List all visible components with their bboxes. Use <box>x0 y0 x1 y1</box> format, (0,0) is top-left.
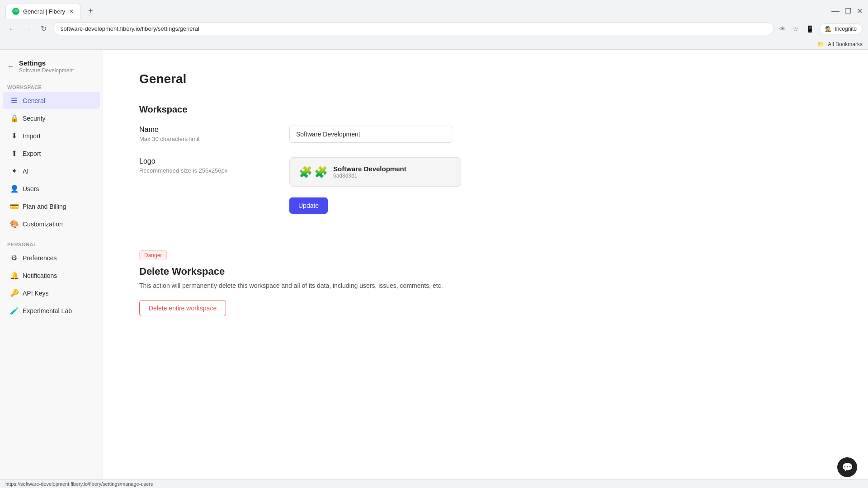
delete-desc: This action will permanently delete this… <box>139 282 832 289</box>
chat-icon: 💬 <box>842 462 853 473</box>
logo-label: Logo <box>139 157 275 165</box>
name-label: Name <box>139 126 275 134</box>
window-maximize-button[interactable]: ❐ <box>845 7 851 15</box>
sidebar: ← Settings Software Development WORKSPAC… <box>0 50 103 479</box>
sidebar-title: Settings <box>19 59 74 67</box>
sidebar-item-customization[interactable]: 🎨 Customization <box>3 216 100 232</box>
logo-icons: 🧩 🧩 <box>299 166 328 178</box>
sidebar-item-export-label: Export <box>23 150 41 157</box>
back-nav-button[interactable]: ← <box>5 23 18 35</box>
logo-icon-2: 🧩 <box>314 166 328 178</box>
new-tab-button[interactable]: + <box>85 5 97 18</box>
incognito-icon: 🕵 <box>825 26 832 32</box>
sidebar-item-preferences[interactable]: ⚙ Preferences <box>3 249 100 266</box>
logo-icon-1: 🧩 <box>299 166 312 178</box>
status-url: https://software-development.fibery.io/f… <box>5 481 153 487</box>
bookmarks-label: All Bookmarks <box>828 41 863 47</box>
sidebar-personal-label: PERSONAL <box>0 238 103 249</box>
sidebar-item-users-label: Users <box>23 185 39 192</box>
incognito-label: Incognito <box>835 26 857 32</box>
sidebar-item-api-keys[interactable]: 🔑 API Keys <box>3 285 100 301</box>
sidebar-back-button[interactable]: ← <box>7 62 14 70</box>
delete-title: Delete Workspace <box>139 266 832 277</box>
sidebar-item-import-label: Import <box>23 132 41 140</box>
notifications-icon: 🔔 <box>10 271 18 280</box>
device-mode-button[interactable]: 📱 <box>804 23 816 34</box>
address-text: software-development.fibery.io/fibery/se… <box>61 25 766 32</box>
ai-icon: ✦ <box>10 167 18 175</box>
visibility-toggle-button[interactable]: 👁 <box>778 23 788 34</box>
sidebar-item-ai-label: AI <box>23 168 28 175</box>
incognito-badge[interactable]: 🕵 Incognito <box>819 23 863 34</box>
sidebar-item-notifications[interactable]: 🔔 Notifications <box>3 267 100 284</box>
sidebar-item-general-label: General <box>23 97 45 104</box>
update-button[interactable]: Update <box>289 197 328 214</box>
workspace-section-title: Workspace <box>139 104 832 115</box>
preferences-icon: ⚙ <box>10 253 18 262</box>
sidebar-item-security-label: Security <box>23 115 46 122</box>
sidebar-item-experimental-lab[interactable]: 🧪 Experimental Lab <box>3 302 100 319</box>
window-close-button[interactable]: ✕ <box>857 7 863 15</box>
delete-workspace-button[interactable]: Delete entire workspace <box>139 300 226 316</box>
reload-button[interactable]: ↻ <box>38 23 49 35</box>
forward-nav-button[interactable]: → <box>22 23 34 35</box>
danger-badge: Danger <box>139 250 167 260</box>
sidebar-item-customization-label: Customization <box>23 221 63 228</box>
customization-icon: 🎨 <box>10 220 18 228</box>
logo-preview: 🧩 🧩 Software Development 6ad8d3d1 <box>289 157 461 187</box>
name-sublabel: Max 30 characters limit <box>139 136 275 142</box>
sidebar-subtitle: Software Development <box>19 67 74 74</box>
main-content: General Workspace Name Max 30 characters… <box>103 50 868 479</box>
api-keys-icon: 🔑 <box>10 289 18 297</box>
danger-zone: Danger Delete Workspace This action will… <box>139 250 832 316</box>
sidebar-item-plan-billing-label: Plan and Billing <box>23 203 66 210</box>
general-icon: ☰ <box>10 96 18 105</box>
sidebar-item-users[interactable]: 👤 Users <box>3 180 100 197</box>
import-icon: ⬇ <box>10 131 18 140</box>
sidebar-item-notifications-label: Notifications <box>23 272 57 279</box>
address-bar[interactable]: software-development.fibery.io/fibery/se… <box>53 22 774 35</box>
sidebar-item-general[interactable]: ☰ General <box>3 92 100 109</box>
experimental-lab-icon: 🧪 <box>10 306 18 315</box>
logo-sublabel: Recommended size is 256x256px <box>139 167 275 174</box>
name-form-row: Name Max 30 characters limit <box>139 126 832 143</box>
users-icon: 👤 <box>10 184 18 193</box>
chat-widget-button[interactable]: 💬 <box>837 457 857 477</box>
sidebar-header: ← Settings Software Development <box>0 50 103 81</box>
tab-favicon: 🧩 <box>12 8 19 15</box>
bookmark-button[interactable]: ☆ <box>791 23 801 34</box>
browser-tab[interactable]: 🧩 General | Fibery ✕ <box>5 4 81 19</box>
sidebar-item-security[interactable]: 🔒 Security <box>3 110 100 127</box>
export-icon: ⬆ <box>10 149 18 158</box>
sidebar-item-export[interactable]: ⬆ Export <box>3 145 100 162</box>
sidebar-item-api-keys-label: API Keys <box>23 290 49 297</box>
sidebar-item-ai[interactable]: ✦ AI <box>3 163 100 179</box>
sidebar-item-preferences-label: Preferences <box>23 254 57 262</box>
window-minimize-button[interactable]: — <box>831 6 840 16</box>
logo-workspace-name: Software Development <box>333 165 406 173</box>
sidebar-item-plan-billing[interactable]: 💳 Plan and Billing <box>3 198 100 215</box>
tab-close-button[interactable]: ✕ <box>69 8 74 15</box>
tab-title: General | Fibery <box>23 8 65 15</box>
section-divider <box>139 232 832 232</box>
bookmarks-icon: 📁 <box>817 41 824 47</box>
logo-workspace-id: 6ad8d3d1 <box>333 173 406 179</box>
name-input[interactable] <box>289 126 452 143</box>
security-icon: 🔒 <box>10 114 18 122</box>
sidebar-item-experimental-lab-label: Experimental Lab <box>23 307 72 314</box>
status-bar: https://software-development.fibery.io/f… <box>0 479 868 488</box>
logo-form-row: Logo Recommended size is 256x256px 🧩 🧩 S… <box>139 157 832 214</box>
sidebar-item-import[interactable]: ⬇ Import <box>3 127 100 144</box>
billing-icon: 💳 <box>10 202 18 211</box>
page-title: General <box>139 72 832 86</box>
sidebar-workspace-label: WORKSPACE <box>0 81 103 92</box>
